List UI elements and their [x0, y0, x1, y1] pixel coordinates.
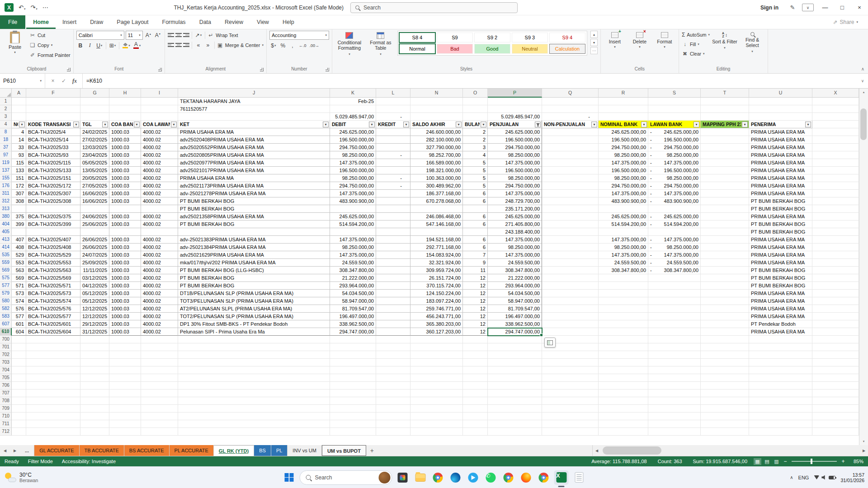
cell-S404[interactable]: -514.594.200,00 — [648, 221, 701, 228]
cell-N559[interactable]: 32.321.924,00 — [410, 259, 463, 267]
cell-H702[interactable] — [109, 351, 141, 359]
cell-K705[interactable] — [330, 374, 376, 382]
cell-I37[interactable]: 4000.02 — [141, 144, 178, 151]
cell-J575[interactable]: PT BUMI BERKAH BOG — [178, 274, 330, 282]
cell-O18[interactable]: 2 — [463, 136, 488, 144]
cell-J312[interactable]: PT BUMI BERKAH BOG — [178, 197, 330, 205]
cell-J704[interactable] — [178, 366, 330, 374]
cell-I577[interactable]: 4000.02 — [141, 282, 178, 290]
cell-P610[interactable]: 294.747.000,00 — [488, 328, 542, 336]
cell-Q708[interactable] — [542, 397, 599, 405]
cell-J569[interactable]: PT BUMI BERKAH BOG (LLG-HSBC) — [178, 267, 330, 274]
cell-G577[interactable]: 04/12/2025 — [80, 282, 109, 290]
row-header-313[interactable]: 313 — [0, 205, 12, 213]
merge-center-button[interactable]: ▣Merge & Center▾ — [217, 41, 264, 49]
cell-U700[interactable] — [749, 336, 812, 343]
cell-A413[interactable]: 407 — [12, 236, 26, 244]
cell-T569[interactable] — [701, 267, 749, 274]
cell-K559[interactable]: 24.559.500,00 — [330, 259, 376, 267]
cell-H707[interactable] — [109, 389, 141, 397]
accounting-format-button[interactable]: $▾ — [269, 41, 278, 50]
cell-Q709[interactable] — [542, 405, 599, 413]
file-explorer-icon[interactable] — [413, 470, 428, 485]
cell-J579[interactable]: DT1B/PELUNASAN SLP (PRIMA USAHA ERA MA) — [178, 290, 330, 297]
cell-P579[interactable]: 54.034.500,00 — [488, 290, 542, 297]
cell-G607[interactable]: 29/12/2025 — [80, 320, 109, 328]
vertical-scroll-thumb[interactable] — [860, 108, 867, 140]
cell-T414[interactable] — [701, 244, 749, 251]
filter-button-O[interactable]: ▾ — [481, 122, 486, 127]
cell-R704[interactable] — [599, 366, 648, 374]
row-header-3[interactable]: 3 — [0, 113, 12, 121]
cell-A575[interactable]: 569 — [12, 274, 26, 282]
cell-U1[interactable] — [749, 98, 812, 105]
cell-X535[interactable] — [812, 251, 859, 259]
cell-F577[interactable]: BCA-THJ/2025/571 — [26, 282, 80, 290]
cell-R577[interactable] — [599, 282, 648, 290]
increase-indent-button[interactable]: » — [204, 41, 212, 49]
column-header-S[interactable]: S — [648, 89, 701, 98]
cell-P577[interactable]: 293.964.000,00 — [488, 282, 542, 290]
cell-R700[interactable] — [599, 336, 648, 343]
cell-Q710[interactable] — [542, 413, 599, 420]
cell-R705[interactable] — [599, 374, 648, 382]
gallery-more-button[interactable]: ⋯ — [590, 47, 598, 54]
cell-Q580[interactable] — [542, 297, 599, 305]
filter-button-Q[interactable]: ▾ — [591, 122, 597, 127]
cell-S709[interactable] — [648, 405, 701, 413]
cell-Q176[interactable] — [542, 182, 599, 190]
cell-H404[interactable]: 1000.03 — [109, 221, 141, 228]
font-dialog-launcher[interactable] — [158, 68, 162, 71]
cell-F4[interactable]: KODE TRANSAKSI▾ — [26, 121, 80, 128]
cell-O137[interactable]: 5 — [463, 167, 488, 174]
cell-N4[interactable]: SALDO AKHIR▾ — [410, 121, 463, 128]
cell-I579[interactable]: 4000.02 — [141, 290, 178, 297]
cell-G710[interactable] — [80, 413, 109, 420]
zoom-out-button[interactable]: − — [782, 458, 788, 465]
cell-I710[interactable] — [141, 413, 178, 420]
cell-P704[interactable] — [488, 366, 542, 374]
cell-L707[interactable] — [376, 389, 410, 397]
cell-I1[interactable] — [141, 98, 178, 105]
cell-L3[interactable]: - — [376, 113, 410, 121]
row-header-155[interactable]: 155 — [0, 174, 12, 182]
cell-N569[interactable]: 309.959.724,00 — [410, 267, 463, 274]
cell-U155[interactable]: PRIMA USAHA ERA MA — [749, 174, 812, 182]
row-header-18[interactable]: 18 — [0, 136, 12, 144]
cell-F582[interactable]: BCA-THJ/2025/576 — [26, 305, 80, 313]
cell-L582[interactable] — [376, 305, 410, 313]
gallery-down-button[interactable]: ▾ — [590, 39, 598, 46]
cell-L569[interactable] — [376, 267, 410, 274]
clock[interactable]: 13:5731/01/2026 — [840, 472, 864, 483]
cell-J3[interactable] — [178, 113, 330, 121]
cell-Q711[interactable] — [542, 420, 599, 428]
cell-X709[interactable] — [812, 405, 859, 413]
cell-P18[interactable]: 196.500.000,00 — [488, 136, 542, 144]
cell-L607[interactable] — [376, 320, 410, 328]
cell-Q702[interactable] — [542, 351, 599, 359]
cell-I700[interactable] — [141, 336, 178, 343]
cell-F2[interactable] — [26, 105, 80, 113]
cell-P580[interactable]: 58.947.000,00 — [488, 297, 542, 305]
cell-R706[interactable] — [599, 382, 648, 389]
cell-R155[interactable]: 98.250.000,00 — [599, 174, 648, 182]
cell-I414[interactable]: 4000.02 — [141, 244, 178, 251]
cell-G705[interactable] — [80, 374, 109, 382]
cell-G137[interactable]: 13/05/2025 — [80, 167, 109, 174]
cell-J176[interactable]: adv25021173PRIMA USAHA ERA MA — [178, 182, 330, 190]
cell-J711[interactable] — [178, 420, 330, 428]
cell-A702[interactable] — [12, 351, 26, 359]
decrease-decimal-button[interactable]: .00→ — [308, 41, 320, 50]
cell-N577[interactable]: 370.115.724,00 — [410, 282, 463, 290]
increase-decimal-button[interactable]: ←.0 — [298, 41, 307, 50]
cell-J577[interactable]: PT BUMI BERKAH BOG — [178, 282, 330, 290]
cell-A2[interactable] — [12, 105, 26, 113]
cell-K313[interactable] — [330, 205, 376, 213]
scroll-down-icon[interactable]: ▾ — [863, 438, 865, 445]
cell-A710[interactable] — [12, 413, 26, 420]
cell-J710[interactable] — [178, 413, 330, 420]
cell-S580[interactable] — [648, 297, 701, 305]
cell-P700[interactable] — [488, 336, 542, 343]
cell-Q582[interactable] — [542, 305, 599, 313]
cell-T137[interactable] — [701, 167, 749, 174]
